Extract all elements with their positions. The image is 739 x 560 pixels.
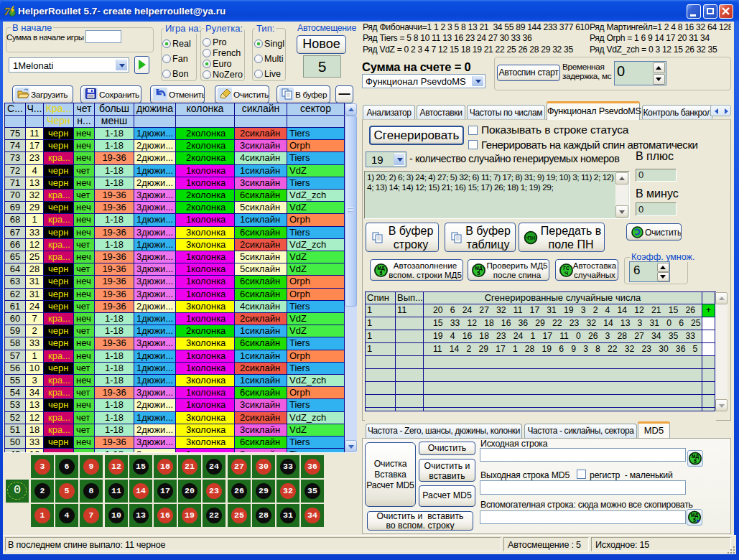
svg-text:5: 5 [380, 271, 383, 276]
svg-text:5: 5 [694, 459, 697, 464]
svg-text:5: 5 [693, 518, 696, 523]
svg-text:Ч: Ч [564, 271, 568, 276]
svg-text:5: 5 [478, 271, 480, 276]
svg-text:ПН: ПН [528, 235, 536, 241]
svg-text:ГС: ГС [563, 266, 570, 271]
